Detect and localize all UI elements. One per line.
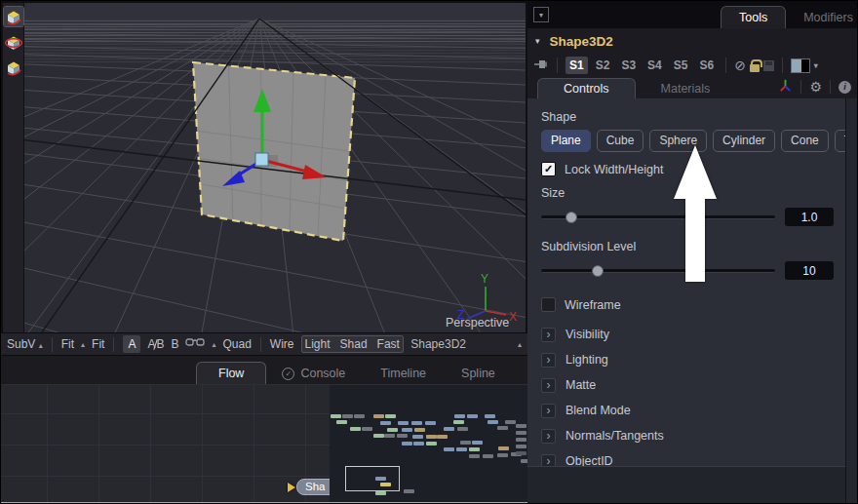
- flow-mini-node[interactable]: [402, 442, 412, 446]
- flow-mini-node[interactable]: [516, 451, 526, 455]
- wireframe-checkbox[interactable]: [541, 297, 556, 312]
- header-chevron-down-icon[interactable]: ▾: [535, 36, 540, 46]
- scale-3d-cube-icon[interactable]: [4, 58, 23, 77]
- flow-mini-node[interactable]: [437, 435, 448, 439]
- flow-mini-node[interactable]: [331, 414, 341, 418]
- expander-chevron-icon[interactable]: ›: [541, 404, 556, 418]
- flow-mini-node[interactable]: [467, 414, 478, 418]
- slot-s2[interactable]: S2: [592, 57, 614, 74]
- flow-mini-node[interactable]: [413, 442, 424, 446]
- swatch-caret-down-icon[interactable]: ▾: [814, 61, 818, 70]
- 3d-viewport[interactable]: Y X Z Perspective: [3, 3, 526, 332]
- flow-mini-node[interactable]: [516, 431, 526, 435]
- shad-button[interactable]: Shad: [340, 337, 368, 351]
- shape-plane-button[interactable]: Plane: [541, 130, 591, 152]
- flow-mini-node[interactable]: [453, 420, 464, 424]
- flow-mini-node[interactable]: [498, 446, 509, 450]
- flow-mini-node[interactable]: [354, 414, 365, 418]
- slot-s6[interactable]: S6: [695, 57, 718, 74]
- tab-timeline[interactable]: Timeline: [365, 363, 442, 384]
- flow-mini-node[interactable]: [425, 421, 436, 425]
- flow-node-area[interactable]: Sha: [1, 385, 527, 504]
- tab-tools[interactable]: Tools: [721, 6, 786, 28]
- slot-s5[interactable]: S5: [670, 57, 692, 74]
- quad-button[interactable]: Quad: [223, 337, 252, 351]
- fast-button[interactable]: Fast: [377, 337, 400, 351]
- flow-mini-node[interactable]: [387, 428, 398, 432]
- flow-mini-node[interactable]: [342, 414, 353, 418]
- flow-mini-node[interactable]: [497, 426, 508, 430]
- flow-mini-node[interactable]: [336, 420, 347, 424]
- lock-icon[interactable]: [750, 64, 760, 72]
- wire-button[interactable]: Wire: [270, 337, 294, 351]
- flow-mini-node[interactable]: [404, 489, 414, 493]
- translate-3d-cube-icon[interactable]: [4, 7, 23, 26]
- section-blend-mode[interactable]: › Blend Mode: [541, 398, 834, 423]
- flow-mini-node[interactable]: [456, 447, 467, 451]
- expander-chevron-icon[interactable]: ›: [541, 328, 556, 342]
- flow-mini-node[interactable]: [375, 477, 386, 481]
- slot-s1[interactable]: S1: [566, 57, 588, 74]
- flow-mini-node[interactable]: [454, 414, 465, 418]
- push-pin-icon[interactable]: [533, 58, 549, 74]
- flow-mini-node[interactable]: [402, 428, 412, 432]
- flow-mini-node[interactable]: [505, 420, 516, 424]
- flow-mini-node[interactable]: [444, 427, 454, 431]
- section-lighting[interactable]: › Lighting: [541, 347, 834, 372]
- flow-grid-background[interactable]: Sha: [1, 385, 330, 504]
- fit-button-2[interactable]: Fit: [92, 337, 104, 351]
- flow-mini-node[interactable]: [469, 447, 480, 451]
- flow-mini-node[interactable]: [426, 435, 437, 439]
- viewport-menu-caret-icon[interactable]: ▴: [518, 340, 522, 349]
- shape-cone-button[interactable]: Cone: [781, 130, 829, 152]
- flow-mini-node[interactable]: [373, 414, 384, 418]
- fit-button-1[interactable]: Fit: [61, 337, 74, 351]
- flow-mini-node[interactable]: [469, 454, 480, 458]
- flow-mini-node[interactable]: [483, 454, 493, 458]
- flow-mini-node[interactable]: [516, 438, 526, 442]
- flow-mini-node[interactable]: [412, 435, 423, 439]
- expander-chevron-icon[interactable]: ›: [541, 378, 556, 393]
- size-value[interactable]: 1.0: [785, 208, 834, 226]
- info-icon[interactable]: i: [838, 81, 851, 94]
- tab-flow[interactable]: Flow: [196, 362, 266, 384]
- gizmo-center-cube[interactable]: [255, 153, 268, 166]
- node-header[interactable]: ▾ Shape3D2: [527, 28, 858, 54]
- flow-mini-node[interactable]: [488, 420, 498, 424]
- save-disk-icon[interactable]: [763, 60, 774, 71]
- 3d-scene-canvas[interactable]: Y X Z Perspective: [3, 3, 526, 332]
- flow-mini-node[interactable]: [472, 441, 483, 445]
- subdivision-slider[interactable]: [541, 269, 775, 273]
- flow-mini-node[interactable]: [457, 427, 468, 431]
- flow-mini-node[interactable]: [444, 447, 454, 451]
- subdivision-value[interactable]: 10: [785, 261, 834, 280]
- size-slider[interactable]: [541, 215, 775, 219]
- slot-s4[interactable]: S4: [644, 57, 666, 74]
- tab-spline[interactable]: Spline: [446, 363, 511, 384]
- tab-console[interactable]: ✓Console: [266, 363, 361, 384]
- flow-mini-node[interactable]: [414, 428, 425, 432]
- shape-sphere-button[interactable]: Sphere: [649, 130, 707, 152]
- flow-node-cluster[interactable]: [330, 385, 527, 504]
- section-normals-tangents[interactable]: › Normals/Tangents: [541, 423, 834, 448]
- size-slider-handle[interactable]: [566, 212, 577, 223]
- flow-mini-node[interactable]: [460, 441, 471, 445]
- stereo-glasses-icon[interactable]: [185, 337, 205, 351]
- tab-modifiers[interactable]: Modifiers: [786, 7, 858, 28]
- expander-chevron-icon[interactable]: ›: [541, 429, 556, 444]
- view-a-button[interactable]: A: [123, 335, 140, 353]
- slot-s3[interactable]: S3: [617, 57, 640, 74]
- flow-mini-node[interactable]: [362, 427, 372, 431]
- tab-controls[interactable]: Controls: [537, 78, 636, 98]
- view-ab-button[interactable]: AB: [147, 337, 164, 351]
- flow-mini-node[interactable]: [375, 491, 386, 495]
- section-visibility[interactable]: › Visibility: [541, 322, 834, 347]
- flow-mini-node[interactable]: [384, 434, 395, 438]
- gear-icon[interactable]: ⚙: [809, 79, 822, 95]
- inspector-scrollbar-track[interactable]: [845, 98, 858, 504]
- flow-mini-node[interactable]: [380, 483, 391, 486]
- subv-button[interactable]: SubV ▴: [7, 337, 43, 351]
- tab-materials[interactable]: Materials: [636, 79, 736, 98]
- flow-mini-node[interactable]: [497, 453, 508, 457]
- light-button[interactable]: Light: [305, 337, 331, 351]
